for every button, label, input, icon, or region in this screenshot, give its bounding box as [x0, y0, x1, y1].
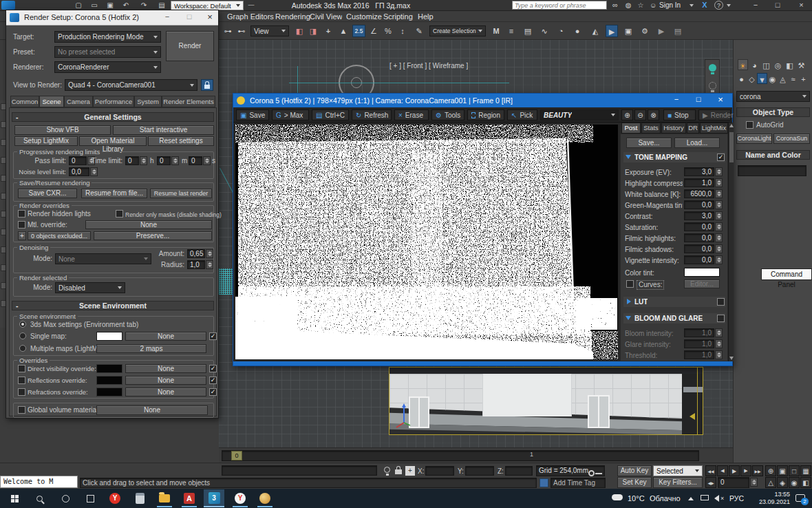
objects-excluded-button[interactable]: 0 objects excluded... — [28, 231, 91, 240]
taskbar-graphics-app[interactable] — [256, 489, 274, 507]
refractions-checkbox[interactable] — [18, 388, 25, 396]
weather-desc[interactable]: Облачно — [650, 494, 681, 502]
tm-row-spinner[interactable] — [715, 200, 723, 209]
target-dropdown[interactable]: Production Rendering Mode — [54, 31, 161, 43]
network-icon[interactable] — [701, 495, 709, 500]
corona-sun-button[interactable]: CoronaSun — [773, 134, 810, 144]
mtl-override-checkbox[interactable] — [18, 221, 25, 229]
selection-set-name-dropdown[interactable]: Selected — [653, 465, 703, 476]
tab-scene[interactable]: Scene — [39, 96, 64, 107]
vfb-pick-button[interactable]: ↖Pick — [507, 109, 537, 120]
reference-coordinate-dropdown[interactable]: View — [250, 25, 289, 36]
favorites-star-icon[interactable]: ☆ — [635, 0, 646, 10]
vfb-render-button[interactable]: ▶Render — [698, 109, 731, 120]
post-save-button[interactable]: Save... — [626, 138, 672, 148]
dialog-close-button[interactable]: × — [204, 12, 215, 23]
key-mode-toggle-button[interactable]: ◀▶ — [705, 477, 716, 488]
tm-row-field[interactable]: 6500,0 — [684, 189, 714, 198]
vfb-copy-button[interactable]: ▤Ctrl+C — [312, 109, 349, 120]
curves-checkbox[interactable] — [626, 280, 634, 288]
schematic-view-icon[interactable]: ● — [571, 25, 584, 37]
object-name-field[interactable] — [738, 165, 806, 176]
tm-row-field[interactable]: 0,0 — [684, 222, 714, 231]
start-button[interactable] — [6, 489, 23, 507]
search-input[interactable] — [512, 1, 607, 10]
vfb-minimize-button[interactable]: − — [667, 95, 686, 106]
bloom-row-spinner[interactable] — [715, 350, 723, 359]
taskbar-search-button[interactable] — [30, 489, 48, 507]
weather-temp[interactable]: 10°C — [628, 494, 645, 502]
render-setup-icon[interactable]: ▶ — [606, 25, 618, 37]
render-button[interactable]: Render — [166, 31, 214, 61]
tm-row-spinner[interactable] — [715, 167, 723, 176]
object-type-rollout[interactable]: Object Type — [736, 107, 810, 117]
bloom-row-field[interactable]: 1,0 — [684, 328, 714, 337]
help-icon[interactable]: ? — [714, 1, 723, 10]
shapes-category-icon[interactable]: ◇ — [747, 73, 757, 84]
taskbar-yandex-2[interactable]: Y — [231, 489, 249, 507]
utilities-tab-icon[interactable]: ⚒ — [796, 59, 806, 70]
refractions-use-checkbox[interactable]: ✓ — [209, 388, 217, 396]
dialog-minimize-button[interactable]: − — [162, 12, 173, 23]
refractions-none-button[interactable]: None — [125, 388, 206, 396]
systems-category-icon[interactable]: + — [798, 73, 809, 84]
material-editor-icon[interactable]: ◭ — [589, 25, 601, 37]
next-frame-button[interactable]: ▶ — [740, 465, 751, 476]
bloom-row-field[interactable]: 1,0 — [684, 339, 714, 348]
language-indicator[interactable]: РУС — [729, 494, 744, 502]
angle-snap-icon[interactable]: ∠ — [367, 25, 380, 37]
bloom-glare-checkbox[interactable] — [717, 315, 725, 322]
previous-frame-button[interactable]: ◀ — [717, 465, 728, 476]
window-minimize-button[interactable]: − — [745, 0, 766, 10]
use-pivot-center-icon[interactable]: ▲ — [337, 25, 350, 37]
vfb-refresh-button[interactable]: ↻Refresh — [352, 109, 392, 120]
key-filters-button[interactable]: Key Filters... — [653, 477, 703, 488]
vfb-to-max-button[interactable]: G> Max — [272, 109, 309, 120]
z-coord-field[interactable] — [505, 466, 533, 476]
communication-center-icon[interactable]: ◍ — [623, 0, 634, 10]
tm-row-field[interactable]: 1,0 — [684, 178, 714, 187]
global-volume-checkbox[interactable] — [18, 406, 25, 414]
global-volume-none-button[interactable]: None — [96, 405, 208, 415]
reflections-checkbox[interactable] — [18, 377, 25, 384]
welcome-window[interactable]: Welcome to M — [0, 476, 78, 488]
frame-spinner[interactable] — [750, 478, 758, 487]
corona-light-button[interactable]: CoronaLight — [736, 134, 772, 144]
noise-limit-field[interactable]: 0,0 — [69, 167, 89, 176]
vfb-tab-history[interactable]: History — [661, 123, 686, 134]
denoise-mode-dropdown[interactable]: None — [55, 253, 151, 264]
single-map-none-button[interactable]: None — [125, 332, 206, 341]
spinner-snap-icon[interactable]: ↕ — [396, 25, 409, 37]
sign-in-link[interactable]: Sign In — [659, 1, 681, 9]
pan-icon[interactable]: ◈ — [777, 477, 788, 488]
space-warps-category-icon[interactable]: ≈ — [788, 73, 798, 84]
lights-category-icon[interactable]: ▼ — [757, 73, 767, 84]
preset-dropdown[interactable]: No preset selected — [54, 46, 161, 58]
render-preview-icon[interactable]: ▤ — [672, 25, 684, 37]
motion-tab-icon[interactable]: ◎ — [773, 59, 783, 70]
denoise-amount-field[interactable]: 0,65 — [187, 249, 205, 258]
render-selected-mode-dropdown[interactable]: Disabled — [55, 282, 125, 293]
render-image[interactable] — [235, 125, 618, 359]
select-and-link-icon[interactable]: ⊶ — [222, 25, 234, 37]
tone-mapping-header[interactable]: TONE MAPPING ✓ — [623, 152, 725, 162]
window-close-button[interactable]: × — [791, 0, 812, 10]
vfb-tab-dr[interactable]: DR — [687, 123, 699, 134]
add-time-tag-field[interactable]: Add Time Tag — [551, 478, 606, 488]
single-map-color-swatch[interactable] — [96, 332, 122, 341]
selection-set-dropdown[interactable]: Create Selection Se — [429, 25, 486, 36]
redo-icon[interactable]: ↷ — [138, 0, 149, 10]
tab-common[interactable]: Common — [10, 96, 39, 107]
bloom-row-field[interactable]: 1,0 — [684, 350, 714, 359]
app-logo-icon[interactable] — [1, 1, 15, 10]
current-frame-field[interactable]: 0 — [718, 477, 749, 488]
align-icon[interactable]: ≡ — [505, 25, 517, 37]
named-selection-sets-icon[interactable]: ✎ — [413, 25, 425, 37]
tm-row-field[interactable]: 3,0 — [684, 167, 714, 176]
render-iterative-icon[interactable]: ▶ — [655, 25, 667, 37]
bloom-row-spinner[interactable] — [715, 328, 723, 337]
tm-row-spinner[interactable] — [715, 178, 723, 187]
tm-row-spinner[interactable] — [715, 222, 723, 231]
zoom-icon[interactable]: ⊕ — [765, 465, 776, 476]
display-tab-icon[interactable]: ◧ — [784, 59, 795, 70]
